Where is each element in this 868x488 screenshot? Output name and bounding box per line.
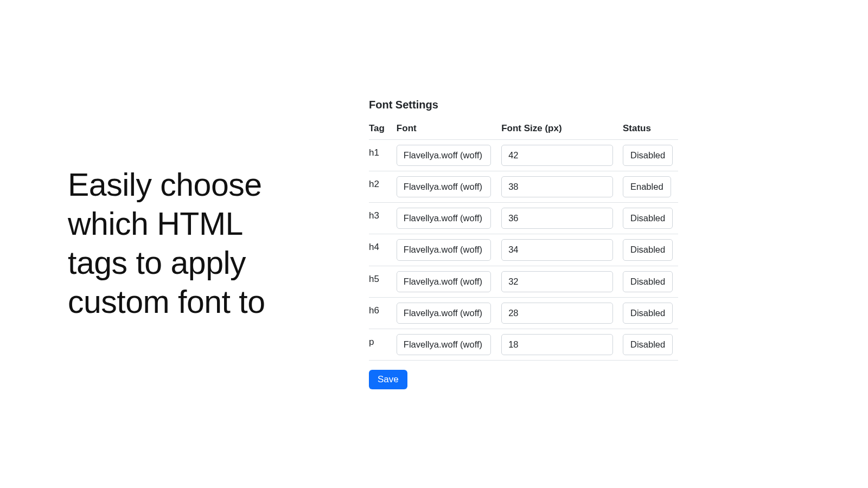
tag-label: h6 — [369, 297, 397, 329]
font-input[interactable] — [397, 271, 491, 292]
font-settings-panel: Font Settings Tag Font Font Size (px) St… — [369, 99, 678, 389]
font-size-input[interactable] — [501, 145, 613, 166]
font-settings-table: Tag Font Font Size (px) Status h1Disable… — [369, 119, 678, 361]
save-button[interactable]: Save — [369, 370, 407, 389]
table-row: h5Disabled — [369, 266, 678, 297]
table-row: h6Disabled — [369, 297, 678, 329]
column-header-font: Font — [397, 119, 501, 140]
table-row: h4Disabled — [369, 234, 678, 266]
tag-label: h3 — [369, 203, 397, 234]
font-input[interactable] — [397, 303, 491, 324]
table-row: h2Enabled — [369, 171, 678, 203]
status-toggle-button[interactable]: Disabled — [623, 271, 673, 292]
font-size-input[interactable] — [501, 176, 613, 197]
font-input[interactable] — [397, 208, 491, 229]
tag-label: h5 — [369, 266, 397, 297]
table-row: pDisabled — [369, 329, 678, 360]
font-input[interactable] — [397, 145, 491, 166]
column-header-tag: Tag — [369, 119, 397, 140]
column-header-status: Status — [623, 119, 678, 140]
tag-label: p — [369, 329, 397, 360]
tag-label: h4 — [369, 234, 397, 266]
panel-title: Font Settings — [369, 99, 678, 111]
table-row: h1Disabled — [369, 140, 678, 171]
column-header-size: Font Size (px) — [501, 119, 623, 140]
tag-label: h2 — [369, 171, 397, 203]
font-size-input[interactable] — [501, 334, 613, 355]
status-toggle-button[interactable]: Disabled — [623, 303, 673, 324]
table-row: h3Disabled — [369, 203, 678, 234]
status-toggle-button[interactable]: Disabled — [623, 334, 673, 355]
font-input[interactable] — [397, 334, 491, 355]
font-size-input[interactable] — [501, 208, 613, 229]
status-toggle-button[interactable]: Disabled — [623, 208, 673, 229]
marketing-headline: Easily choose which HTML tags to apply c… — [68, 166, 304, 322]
font-size-input[interactable] — [501, 239, 613, 260]
status-toggle-button[interactable]: Disabled — [623, 239, 673, 260]
font-size-input[interactable] — [501, 303, 613, 324]
status-toggle-button[interactable]: Disabled — [623, 145, 673, 166]
font-input[interactable] — [397, 176, 491, 197]
font-size-input[interactable] — [501, 271, 613, 292]
tag-label: h1 — [369, 140, 397, 171]
status-toggle-button[interactable]: Enabled — [623, 176, 671, 197]
font-input[interactable] — [397, 239, 491, 260]
